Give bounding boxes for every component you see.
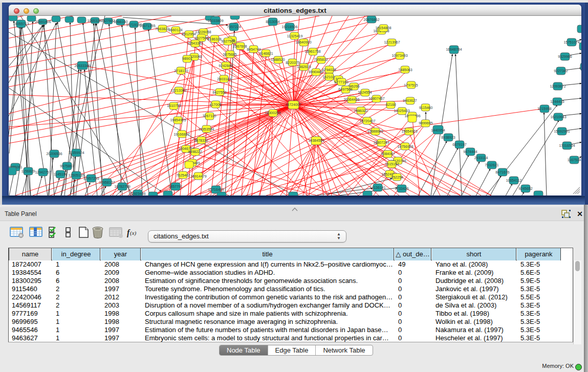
svg-text:11353594: 11353594 [199,127,214,131]
svg-text:10654112: 10654112 [506,179,522,182]
svg-text:9329966: 9329966 [558,55,572,58]
svg-text:9327508: 9327508 [221,39,235,43]
svg-text:10973493: 10973493 [391,54,407,57]
svg-text:16961758: 16961758 [304,50,320,53]
svg-text:9084067: 9084067 [381,152,395,156]
svg-text:8990448: 8990448 [309,70,322,74]
svg-text:2718170: 2718170 [174,69,188,73]
svg-text:17016504: 17016504 [559,144,575,147]
svg-text:9899695: 9899695 [419,121,432,125]
svg-text:2367608: 2367608 [233,45,247,48]
svg-text:20691406: 20691406 [35,20,51,24]
svg-text:1527602: 1527602 [101,19,115,23]
svg-text:16033809: 16033809 [207,19,223,23]
svg-text:20206536: 20206536 [46,152,62,156]
svg-text:7357224: 7357224 [227,25,241,29]
svg-text:16914479: 16914479 [190,174,206,178]
svg-text:8220375: 8220375 [286,61,299,64]
svg-text:16782759: 16782759 [114,185,130,188]
svg-text:2803144: 2803144 [217,77,231,81]
svg-text:15751074: 15751074 [563,40,579,44]
svg-text:1167534: 1167534 [568,158,581,162]
svg-text:18640910: 18640910 [295,40,311,44]
svg-text:7663822: 7663822 [155,27,169,31]
svg-text:9975867: 9975867 [60,164,74,168]
svg-text:14136141: 14136141 [369,186,385,189]
svg-text:3875685: 3875685 [223,53,236,56]
svg-text:7986322: 7986322 [354,109,367,113]
svg-text:17359924: 17359924 [68,151,84,155]
svg-text:1156829: 1156829 [21,169,35,173]
svg-text:9777169: 9777169 [334,80,348,84]
svg-text:(x): (x) [130,230,137,236]
svg-text:9474444: 9474444 [463,150,477,154]
svg-text:10671355: 10671355 [139,24,155,28]
svg-text:1610753: 1610753 [167,104,181,107]
svg-text:19218506: 19218506 [281,25,297,29]
svg-text:1588520: 1588520 [271,58,285,61]
svg-text:7485063: 7485063 [398,68,412,72]
svg-text:8938923: 8938923 [441,136,455,139]
svg-text:1145194: 1145194 [54,172,68,176]
svg-text:8427552: 8427552 [212,91,226,94]
svg-text:13226058: 13226058 [195,30,211,34]
svg-text:15720407: 15720407 [359,119,375,123]
svg-text:8813054: 8813054 [266,20,279,24]
svg-text:12942757: 12942757 [35,170,51,174]
svg-text:15716485: 15716485 [208,188,224,191]
svg-text:19756928: 19756928 [397,145,413,148]
svg-text:8186328: 8186328 [207,37,221,41]
svg-text:1797515: 1797515 [404,83,418,87]
svg-text:19854905: 19854905 [170,118,186,122]
svg-text:7932621: 7932621 [485,163,498,167]
svg-text:19654923: 19654923 [401,129,417,133]
svg-text:9463627: 9463627 [403,99,417,102]
svg-text:20364436: 20364436 [343,98,359,101]
svg-text:20533346: 20533346 [74,64,90,68]
svg-text:7625402: 7625402 [176,173,190,177]
svg-text:8471676: 8471676 [495,170,509,174]
svg-text:6794028: 6794028 [322,68,336,72]
svg-text:1615152: 1615152 [385,162,399,166]
svg-text:12213342: 12213342 [170,89,186,92]
svg-text:10688609: 10688609 [367,129,383,133]
svg-text:12213967: 12213967 [384,40,400,44]
svg-text:98901: 98901 [182,57,192,60]
svg-text:12923446: 12923446 [129,192,145,195]
svg-text:10025433: 10025433 [394,109,409,113]
svg-text:10154808: 10154808 [375,26,391,30]
svg-text:3215958: 3215958 [537,107,551,111]
svg-text:18724007: 18724007 [285,103,301,106]
svg-text:2933114: 2933114 [474,156,488,160]
svg-text:252254: 252254 [391,176,403,179]
svg-text:18807249: 18807249 [373,141,389,144]
svg-text:9115460: 9115460 [419,106,433,110]
svg-text:19384554: 19384554 [308,139,324,142]
svg-text:1244415: 1244415 [550,100,564,103]
svg-text:17957255: 17957255 [83,177,99,180]
svg-text:8878332: 8878332 [194,139,208,142]
svg-text:9498222: 9498222 [188,150,202,154]
svg-text:10958107: 10958107 [99,181,115,184]
svg-text:9227342: 9227342 [554,69,568,73]
svg-text:6497568: 6497568 [338,87,352,91]
svg-text:417006: 417006 [209,103,221,106]
svg-text:9245652: 9245652 [518,187,532,190]
svg-text:7955812: 7955812 [314,58,328,61]
svg-text:8454749: 8454749 [247,48,260,51]
svg-text:1733426: 1733426 [395,187,408,190]
svg-text:6879197: 6879197 [452,143,466,146]
svg-text:3267110: 3267110 [203,114,216,118]
svg-text:16543382: 16543382 [187,41,203,45]
svg-text:10807487: 10807487 [368,97,384,100]
svg-text:1440954: 1440954 [431,128,445,132]
svg-text:3624554: 3624554 [358,91,372,94]
svg-text:9146821: 9146821 [259,52,273,55]
svg-text:16210643: 16210643 [550,115,566,119]
svg-text:12093872: 12093872 [550,84,565,88]
svg-text:19055713: 19055713 [13,22,29,26]
svg-text:16648784: 16648784 [446,48,462,51]
svg-text:11325419: 11325419 [287,34,303,38]
svg-text:18300295: 18300295 [265,111,280,115]
svg-text:9857791: 9857791 [168,185,182,188]
